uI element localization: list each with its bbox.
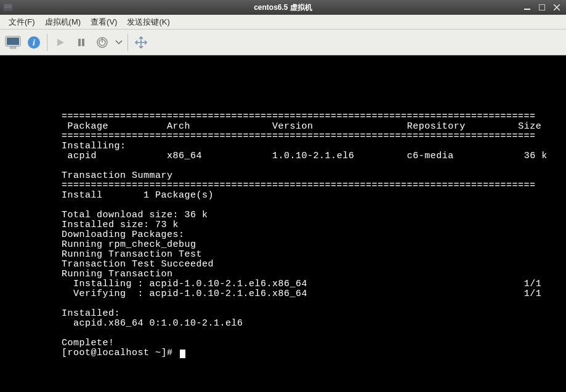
menu-sendkey[interactable]: 发送按键(K) — [122, 15, 174, 29]
power-icon[interactable] — [93, 33, 111, 52]
svg-rect-14 — [82, 39, 84, 46]
menu-view[interactable]: 查看(V) — [86, 15, 122, 29]
svg-marker-12 — [57, 39, 64, 46]
minimize-button[interactable] — [522, 2, 533, 12]
cursor — [180, 350, 185, 358]
toolbar: i — [0, 30, 566, 55]
svg-rect-9 — [10, 47, 16, 49]
svg-rect-2 — [6, 10, 10, 11]
svg-rect-3 — [524, 9, 530, 10]
toolbar-separator — [127, 34, 128, 51]
svg-rect-8 — [7, 38, 19, 45]
terminal[interactable]: ========================================… — [0, 55, 566, 392]
window-controls — [522, 2, 566, 12]
svg-rect-1 — [4, 4, 12, 9]
info-icon[interactable]: i — [25, 33, 43, 52]
terminal-output: ========================================… — [0, 65, 566, 358]
svg-text:i: i — [33, 38, 35, 47]
titlebar: centos6.5 虚拟机 — [0, 0, 566, 15]
menu-file[interactable]: 文件(F) — [4, 15, 40, 29]
chevron-down-icon[interactable] — [114, 33, 124, 52]
toolbar-separator — [47, 34, 47, 51]
fullscreen-icon[interactable] — [132, 33, 150, 52]
close-button[interactable] — [551, 2, 562, 12]
menu-vm[interactable]: 虚拟机(M) — [40, 15, 86, 29]
vm-icon — [2, 2, 14, 13]
play-icon[interactable] — [51, 33, 70, 52]
window-title: centos6.5 虚拟机 — [254, 2, 312, 13]
monitor-icon[interactable] — [4, 33, 22, 52]
maximize-button[interactable] — [536, 2, 548, 12]
menubar: 文件(F) 虚拟机(M) 查看(V) 发送按键(K) — [0, 15, 566, 30]
svg-rect-4 — [539, 4, 545, 10]
pause-icon[interactable] — [72, 33, 91, 52]
svg-rect-13 — [78, 39, 81, 46]
